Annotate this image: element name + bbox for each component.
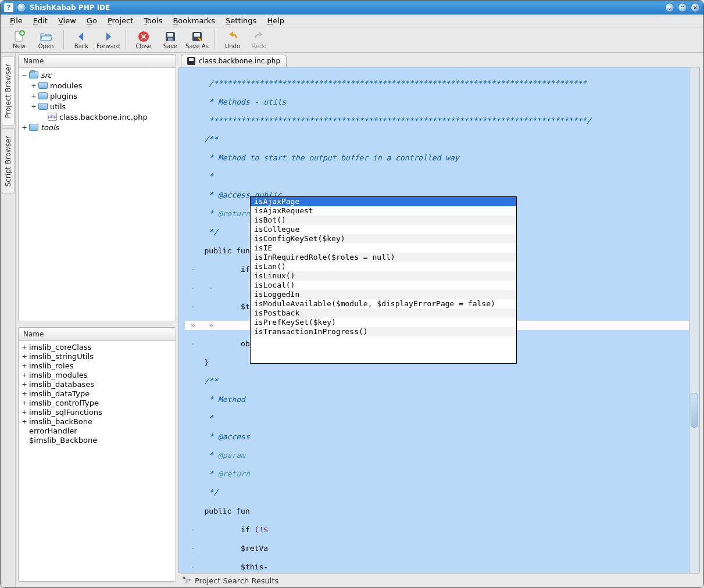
redo-icon [253,30,266,43]
save-icon [164,30,177,43]
tab-script-browser[interactable]: Script Browser [2,128,15,194]
binoculars-icon: 🔭 [182,576,191,585]
folder-icon [38,82,48,89]
new-icon [13,30,26,43]
save-icon [187,57,195,65]
autocomplete-item[interactable]: isAjaxPage [251,197,516,206]
menu-go[interactable]: Go [82,15,102,26]
back-icon [75,30,88,43]
minimize-button[interactable]: ⌄ [665,3,674,12]
forward-icon [102,30,115,43]
script-list: +imslib_coreClass+imslib_stringUtils+ims… [19,341,176,447]
autocomplete-item[interactable]: isTransactionInProgress() [251,327,516,336]
editor-tab[interactable]: class.backbone.inc.php [181,55,287,67]
tree-item-utils[interactable]: +utils [21,101,173,112]
help-icon: ? [4,3,13,12]
close-icon [137,30,150,43]
svg-rect-7 [194,33,200,37]
titlebar: ? ShishKabab PHP IDE ⌄ ⌃ ✕ [1,1,703,15]
menu-bookmarks[interactable]: Bookmarks [168,15,220,26]
app-icon [17,3,26,12]
list-item[interactable]: +imslib_roles [21,361,173,371]
open-button[interactable]: Open [33,28,59,52]
autocomplete-item[interactable]: isConfigKeySet($key) [251,234,516,243]
tree-item-modules[interactable]: +modules [21,80,173,91]
vertical-scrollbar[interactable] [689,67,699,573]
list-item[interactable]: +imslib_sqlFunctions [21,408,173,417]
app-window: ? ShishKabab PHP IDE ⌄ ⌃ ✕ File Edit Vie… [0,0,704,588]
autocomplete-item[interactable]: isIE [251,243,516,253]
close-window-button[interactable]: ✕ [691,3,700,12]
autocomplete-item[interactable]: isLan() [251,262,516,271]
script-panel-header: Name [19,328,176,341]
menu-view[interactable]: View [53,15,81,26]
list-item[interactable]: +imslib_databases [21,380,173,389]
menubar: File Edit View Go Project Tools Bookmark… [1,15,703,27]
bottom-panel[interactable]: 🔭 Project Search Results [178,573,700,587]
autocomplete-item[interactable]: isPrefKeySet($key) [251,318,516,327]
back-button[interactable]: Back [69,28,94,52]
svg-rect-4 [167,33,173,37]
php-file-icon: php [48,113,57,121]
autocomplete-popup[interactable]: isAjaxPageisAjaxRequestisBot()isCollegue… [250,196,517,364]
save-button[interactable]: Save [158,28,183,52]
maximize-button[interactable]: ⌃ [678,3,687,12]
open-icon [40,30,52,43]
autocomplete-item[interactable]: isPostback [251,309,516,318]
autocomplete-item[interactable]: isLocal() [251,281,516,290]
editor-frame: /***************************************… [178,67,700,573]
saveas-button[interactable]: Save As [184,28,210,52]
autocomplete-item[interactable]: isAjaxRequest [251,206,516,216]
undo-icon [226,30,239,43]
list-item[interactable]: $imslib_Backbone [21,436,173,445]
list-item[interactable]: +imslib_controlType [21,399,173,408]
side-tabs: Project Browser Script Browser [1,53,16,587]
autocomplete-item[interactable]: isBot() [251,216,516,225]
bottom-panel-label: Project Search Results [195,576,278,585]
saveas-icon [191,30,203,43]
autocomplete-item[interactable]: isCollegue [251,225,516,234]
tab-project-browser[interactable]: Project Browser [2,56,15,126]
window-title: ShishKabab PHP IDE [30,3,662,12]
redo-button[interactable]: Redo [246,28,272,52]
menu-help[interactable]: Help [262,15,289,26]
toolbar: New Open Back Forward Close [1,27,703,53]
folder-icon [29,71,38,78]
scrollbar-thumb[interactable] [691,393,698,428]
forward-button[interactable]: Forward [95,28,121,52]
editor-tabs: class.backbone.inc.php [178,53,700,67]
list-item[interactable]: +imslib_dataType [21,389,173,399]
svg-rect-5 [168,38,173,41]
list-item[interactable]: +imslib_modules [21,371,173,380]
menu-settings[interactable]: Settings [221,15,261,26]
code-editor[interactable]: /***************************************… [179,67,689,573]
autocomplete-item[interactable]: isLoggedIn [251,290,516,299]
tree-item-plugins[interactable]: +plugins [21,91,173,101]
undo-button[interactable]: Undo [220,28,245,52]
tree-item-file[interactable]: phpclass.backbone.inc.php [21,112,173,122]
project-browser-panel: Name −src +modules +plugins +utils phpcl… [18,54,176,321]
project-panel-header: Name [19,55,176,68]
folder-icon [29,124,38,131]
autocomplete-item[interactable]: isModuleAvailable($module, $displayError… [251,299,516,309]
list-item[interactable]: errorHandler [21,426,173,436]
new-button[interactable]: New [6,28,32,52]
menu-tools[interactable]: Tools [139,15,167,26]
folder-icon [38,92,48,99]
script-browser-panel: Name +imslib_coreClass+imslib_stringUtil… [18,327,176,582]
tree-item-src[interactable]: −src [21,70,173,80]
autocomplete-item[interactable]: isLinux() [251,271,516,281]
menu-file[interactable]: File [5,15,27,26]
project-tree: −src +modules +plugins +utils phpclass.b… [19,68,176,134]
menu-project[interactable]: Project [103,15,138,26]
list-item[interactable]: +imslib_coreClass [21,343,173,352]
menu-edit[interactable]: Edit [28,15,52,26]
autocomplete-item[interactable]: isInRequiredRole($roles = null) [251,253,516,262]
folder-icon [38,103,48,110]
close-button[interactable]: Close [131,28,156,52]
tree-item-tools[interactable]: +tools [21,122,173,132]
list-item[interactable]: +imslib_stringUtils [21,352,173,361]
list-item[interactable]: +imslib_backBone [21,417,173,426]
